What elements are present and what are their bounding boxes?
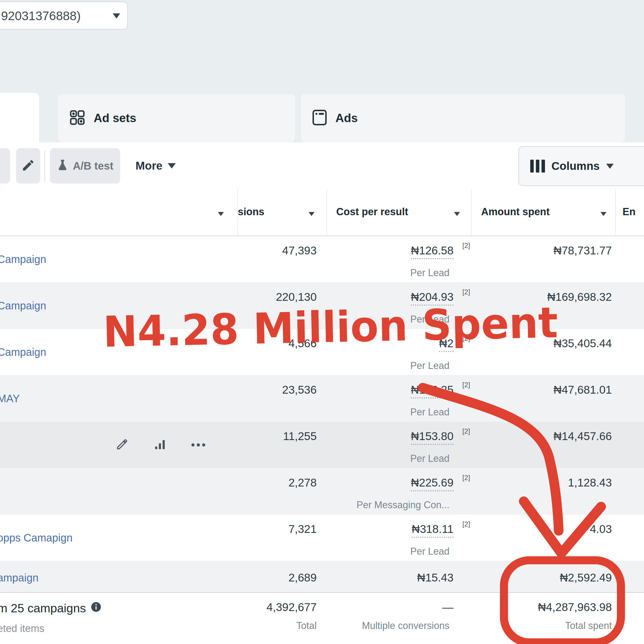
column-header-ends[interactable]: En bbox=[623, 206, 636, 218]
flask-icon bbox=[57, 159, 68, 173]
cost-per-result-cell: ₦225.69[2] bbox=[335, 476, 453, 489]
impressions-cell: 2,689 bbox=[241, 571, 317, 584]
result-type-label: Per Lead bbox=[295, 453, 449, 464]
table-row: ampaign2,689₦15.43Per Instagram Profile … bbox=[0, 561, 644, 594]
cost-value: ₦318.11 bbox=[412, 523, 453, 538]
chevron-down-icon bbox=[606, 164, 614, 169]
impressions-cell: 2,278 bbox=[241, 476, 317, 489]
amount-spent-cell: ₦47,681.01 bbox=[499, 383, 612, 396]
ads-icon bbox=[312, 109, 327, 127]
cost-value: ₦204.93 bbox=[411, 291, 453, 306]
amount-spent-cell: ₦14,457.66 bbox=[499, 430, 612, 443]
totals-row: m 25 campaigns eted items 4,392,677 Tota… bbox=[0, 592, 644, 644]
name-column-sort[interactable] bbox=[218, 212, 224, 217]
tab-ad-sets[interactable]: Ad sets bbox=[58, 94, 295, 142]
table-row: Campaign47,393₦126.58[2]Per Lead₦78,731.… bbox=[0, 236, 644, 282]
cost-per-result-cell: ₦186.25[2] bbox=[335, 383, 453, 396]
campaign-link[interactable]: opps Camapign bbox=[0, 532, 72, 544]
campaign-link[interactable]: Campaign bbox=[0, 346, 46, 358]
result-type-label: Per Lead bbox=[295, 314, 449, 325]
cost-per-result-cell: ₦153.80[2] bbox=[335, 430, 453, 443]
account-dropdown-value: 92031376888) bbox=[1, 9, 81, 23]
table-row: MAY23,536₦186.25[2]Per Lead₦47,681.01 bbox=[0, 375, 644, 422]
column-header-impressions[interactable]: sions bbox=[238, 206, 264, 218]
amount-spent-cell: ₦35,405.44 bbox=[499, 337, 612, 350]
impressions-column-sort[interactable] bbox=[309, 212, 314, 217]
more-label: More bbox=[136, 159, 162, 172]
more-options-icon[interactable]: ••• bbox=[191, 439, 207, 451]
account-dropdown[interactable]: 92031376888) bbox=[0, 2, 128, 30]
cost-per-result-cell: ₦204.93[2] bbox=[335, 291, 453, 303]
chevron-down-icon bbox=[168, 163, 176, 169]
footnote-marker: [2] bbox=[462, 427, 470, 436]
result-type-label: Per Lead bbox=[295, 546, 449, 557]
amount-spent-cell: ₦169,698.32 bbox=[499, 291, 612, 303]
edit-button[interactable] bbox=[16, 148, 40, 184]
footnote-marker: [2] bbox=[462, 520, 470, 528]
chart-icon[interactable] bbox=[153, 438, 166, 452]
cost-per-result-cell: ₦15.43 bbox=[335, 571, 453, 584]
totals-name: m 25 campaigns bbox=[0, 601, 101, 615]
toolbar-divider bbox=[45, 150, 45, 181]
impressions-cell: 4,566 bbox=[241, 337, 317, 350]
cost-value: ₦126.58 bbox=[411, 244, 453, 259]
totals-cost: — bbox=[335, 601, 453, 614]
footnote-marker: [2] bbox=[462, 288, 470, 296]
cost-value: ₦186.25 bbox=[411, 383, 453, 398]
amount-spent-cell: ₦78,731.77 bbox=[499, 244, 612, 257]
impressions-cell: 7,321 bbox=[241, 523, 317, 536]
impressions-cell: 11,255 bbox=[241, 430, 317, 443]
more-button[interactable]: More bbox=[136, 148, 176, 184]
cost-per-result-cell: ₦126.58[2] bbox=[335, 244, 453, 257]
row-hover-actions[interactable]: ••• bbox=[115, 438, 207, 452]
cost-value: ₦15.43 bbox=[417, 571, 453, 584]
ab-test-label: A/B test bbox=[73, 160, 113, 172]
tab-ads-label: Ads bbox=[335, 111, 358, 125]
footnote-marker: [2] bbox=[462, 381, 470, 389]
tab-ads[interactable]: Ads bbox=[301, 94, 625, 142]
footnote-marker: [2] bbox=[462, 241, 470, 250]
table-row: 2,278₦225.69[2]Per Messaging Con...1,128… bbox=[0, 468, 644, 514]
cost-value: ₦2 bbox=[439, 337, 453, 352]
campaign-link[interactable]: Campaign bbox=[0, 253, 46, 265]
footnote-marker: [2] bbox=[462, 334, 470, 343]
ads-manager-screen: 92031376888) Ad sets Ads bbox=[0, 0, 644, 644]
column-header-cost-per-result[interactable]: Cost per result bbox=[336, 206, 408, 218]
toolbar-partial-button[interactable] bbox=[0, 148, 10, 184]
totals-impressions: 4,392,677 bbox=[228, 601, 317, 614]
columns-icon bbox=[530, 160, 545, 173]
columns-label: Columns bbox=[551, 160, 600, 173]
ab-test-button[interactable]: A/B test bbox=[50, 148, 120, 184]
table-row: Campaign220,130₦204.93[2]Per Lead₦169,69… bbox=[0, 282, 644, 329]
result-type-label: Per Lead bbox=[295, 360, 449, 371]
cost-value: ₦153.80 bbox=[411, 430, 453, 445]
totals-amount-spent-label: Total spent bbox=[491, 620, 612, 631]
pencil-icon bbox=[21, 158, 35, 173]
campaign-link[interactable]: ampaign bbox=[0, 572, 38, 584]
totals-name-sub: eted items bbox=[0, 623, 44, 634]
columns-button[interactable]: Columns bbox=[518, 146, 644, 186]
result-type-label: Per Lead bbox=[295, 267, 449, 279]
edit-pencil-icon[interactable] bbox=[115, 438, 129, 452]
table-row: •••11,255₦153.80[2]Per Lead₦14,457.66 bbox=[0, 422, 644, 468]
table-rows: Campaign47,393₦126.58[2]Per Lead₦78,731.… bbox=[0, 236, 644, 594]
table-row: Campaign4,566₦2[2]Per Lead₦35,405.44 bbox=[0, 329, 644, 375]
totals-amount-spent: ₦4,287,963.98 bbox=[491, 601, 612, 614]
impressions-cell: 47,393 bbox=[241, 244, 317, 257]
amount-column-sort[interactable] bbox=[601, 212, 606, 217]
result-type-label: Per Messaging Con... bbox=[295, 499, 449, 511]
amount-spent-cell: 4.03 bbox=[499, 523, 612, 536]
result-type-label: Per Lead bbox=[295, 407, 449, 418]
campaign-link[interactable]: MAY bbox=[0, 393, 20, 405]
chevron-down-icon bbox=[113, 13, 120, 19]
cost-per-result-cell: ₦318.11[2] bbox=[335, 523, 453, 536]
table-row: opps Camapign7,321₦318.11[2]Per Lead4.03 bbox=[0, 514, 644, 561]
column-header-amount-spent[interactable]: Amount spent bbox=[481, 206, 550, 218]
amount-spent-cell: ₦2,592.49 bbox=[499, 571, 612, 584]
campaign-link[interactable]: Campaign bbox=[0, 300, 46, 312]
amount-spent-cell: 1,128.43 bbox=[499, 476, 612, 489]
grid-icon bbox=[69, 109, 86, 127]
totals-cost-label: Multiple conversions bbox=[295, 620, 449, 631]
cost-column-sort[interactable] bbox=[454, 212, 460, 217]
info-icon[interactable] bbox=[91, 601, 101, 615]
